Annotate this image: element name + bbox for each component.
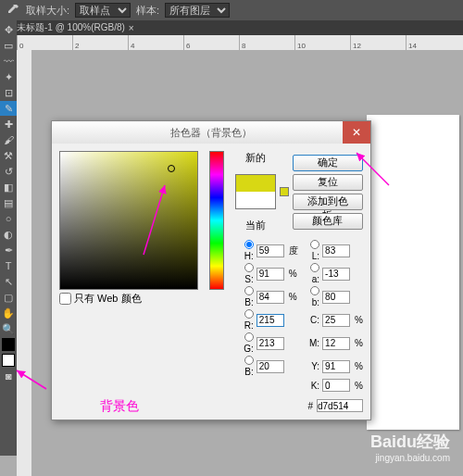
eraser-tool[interactable]: ◧ — [0, 180, 17, 194]
dialog-title: 拾色器（背景色） — [170, 126, 252, 140]
web-only-checkbox[interactable] — [59, 293, 71, 305]
gradient-tool[interactable]: ▤ — [0, 195, 17, 210]
options-bar: 取样大小: 取样点 样本: 所有图层 — [0, 0, 463, 20]
add-swatch-button[interactable]: 添加到色板 — [293, 194, 363, 210]
foreground-swatch[interactable] — [2, 338, 15, 351]
cancel-button[interactable]: 复位 — [293, 174, 363, 191]
b-radio[interactable] — [244, 286, 254, 295]
ok-button[interactable]: 确定 — [293, 155, 363, 171]
blur-tool[interactable]: ○ — [0, 211, 17, 226]
zoom-tool[interactable]: 🔍 — [0, 321, 17, 336]
color-field[interactable] — [59, 151, 198, 290]
s-input[interactable] — [257, 268, 284, 281]
ruler-mark: 0 — [17, 35, 72, 50]
color-lib-button[interactable]: 颜色库 — [293, 213, 363, 230]
type-tool[interactable]: T — [0, 258, 17, 273]
watermark: Baidu经验 jingyan.baidu.com — [370, 431, 450, 463]
l-radio[interactable] — [310, 240, 319, 249]
document-tab[interactable]: 未标题-1 @ 100%(RGB/8) — [17, 21, 125, 34]
bl-input[interactable] — [257, 360, 284, 373]
web-only-label: 只有 Web 颜色 — [74, 292, 142, 306]
dodge-tool[interactable]: ◐ — [0, 227, 17, 242]
crop-tool[interactable]: ⊡ — [0, 85, 17, 100]
color-picker-dialog: 拾色器（背景色） ✕ 只有 Web 颜色 新的 — [51, 120, 371, 420]
wand-tool[interactable]: ✦ — [0, 69, 17, 84]
br-input[interactable] — [257, 291, 284, 304]
s-radio[interactable] — [244, 263, 254, 272]
m-input[interactable] — [322, 337, 350, 350]
l-input[interactable] — [322, 244, 350, 257]
quickmask-tool[interactable]: ◙ — [0, 369, 17, 383]
new-label: 新的 — [245, 151, 266, 165]
history-brush-tool[interactable]: ↺ — [0, 164, 17, 179]
ruler-mark: 10 — [294, 35, 350, 50]
ruler-mark: 12 — [350, 35, 406, 50]
hand-tool[interactable]: ✋ — [0, 306, 17, 320]
stamp-tool[interactable]: ⚒ — [0, 148, 17, 163]
a-radio[interactable] — [310, 263, 319, 272]
ruler-mark: 14 — [406, 35, 461, 50]
h-input[interactable] — [257, 244, 284, 257]
eyedropper-tool[interactable]: ✎ — [0, 101, 17, 116]
hex-label: # — [307, 401, 313, 411]
close-icon[interactable]: ✕ — [343, 121, 370, 144]
ruler-mark: 8 — [239, 35, 294, 50]
sample-select[interactable]: 所有图层 — [165, 3, 230, 18]
ruler-horizontal: 0 2 4 6 8 10 12 14 — [17, 35, 463, 50]
document-canvas[interactable] — [367, 115, 459, 430]
document-tab-bar: 未标题-1 @ 100%(RGB/8) × — [0, 20, 463, 35]
hex-input[interactable] — [317, 399, 363, 412]
ruler-mark: 6 — [183, 35, 239, 50]
dialog-titlebar[interactable]: 拾色器（背景色） ✕ — [52, 121, 370, 144]
path-tool[interactable]: ↖ — [0, 274, 17, 289]
lb-radio[interactable] — [310, 286, 319, 295]
move-tool[interactable]: ✥ — [0, 22, 17, 37]
lasso-tool[interactable]: 〰 — [0, 54, 17, 69]
watermark-url: jingyan.baidu.com — [370, 453, 450, 463]
r-radio[interactable] — [244, 309, 254, 319]
hue-slider[interactable] — [209, 151, 224, 290]
eyedropper-icon[interactable] — [6, 3, 20, 18]
sample-size-label: 取样大小: — [26, 4, 69, 18]
background-swatch[interactable] — [2, 354, 15, 367]
heal-tool[interactable]: ✚ — [0, 117, 17, 132]
sample-size-select[interactable]: 取样点 — [75, 3, 131, 18]
picker-indicator — [168, 165, 175, 172]
g-input[interactable] — [257, 337, 284, 350]
pen-tool[interactable]: ✒ — [0, 243, 17, 257]
new-color — [236, 175, 275, 192]
shape-tool[interactable]: ▢ — [0, 290, 17, 305]
marquee-tool[interactable]: ▭ — [0, 38, 17, 53]
ruler-vertical — [17, 50, 31, 476]
a-input[interactable] — [322, 268, 350, 281]
color-values: H:度 L: S:% a: B:% b: R: C:% G: M:% B: Y:… — [235, 240, 363, 392]
warning-swatch[interactable] — [280, 187, 289, 196]
r-input[interactable] — [257, 314, 284, 327]
tab-close-icon[interactable]: × — [129, 23, 134, 33]
bl-radio[interactable] — [244, 356, 254, 365]
color-preview — [235, 174, 276, 209]
tool-palette: ✥ ▭ 〰 ✦ ⊡ ✎ ✚ 🖌 ⚒ ↺ ◧ ▤ ○ ◐ ✒ T ↖ ▢ ✋ 🔍 … — [0, 20, 17, 456]
watermark-brand: Baidu经验 — [370, 431, 450, 453]
current-label: 当前 — [245, 219, 266, 232]
g-radio[interactable] — [244, 332, 254, 342]
current-color — [236, 192, 275, 208]
lb-input[interactable] — [322, 291, 350, 304]
y-input[interactable] — [322, 360, 350, 373]
ruler-mark: 4 — [128, 35, 183, 50]
brush-tool[interactable]: 🖌 — [0, 132, 17, 147]
k-input[interactable] — [322, 379, 350, 392]
c-input[interactable] — [322, 314, 350, 327]
sample-label: 样本: — [136, 4, 159, 18]
h-radio[interactable] — [244, 240, 254, 249]
ruler-mark: 2 — [72, 35, 128, 50]
